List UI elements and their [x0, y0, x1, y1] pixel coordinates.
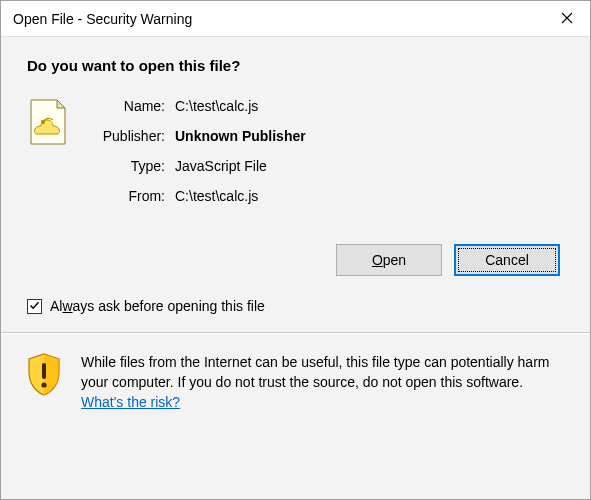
svg-point-2	[41, 382, 46, 387]
always-ask-row: Always ask before opening this file	[27, 298, 564, 314]
checkmark-icon	[29, 298, 40, 314]
publisher-label: Publisher:	[97, 126, 175, 146]
type-label: Type:	[97, 156, 175, 176]
footer-text: While files from the Internet can be use…	[81, 352, 560, 412]
button-row: Open Cancel	[27, 244, 564, 276]
footer: While files from the Internet can be use…	[27, 334, 564, 412]
name-label: Name:	[97, 96, 175, 116]
cancel-button[interactable]: Cancel	[454, 244, 560, 276]
dialog-body: Do you want to open this file? Name: C:\…	[1, 37, 590, 499]
script-file-icon	[27, 98, 69, 148]
row-from: From: C:\test\calc.js	[97, 186, 564, 206]
from-value: C:\test\calc.js	[175, 186, 564, 206]
row-type: Type: JavaScript File	[97, 156, 564, 176]
open-button-rest: pen	[383, 252, 406, 268]
type-value: JavaScript File	[175, 156, 564, 176]
close-button[interactable]	[544, 1, 590, 37]
detail-rows: Name: C:\test\calc.js Publisher: Unknown…	[97, 96, 564, 216]
whats-the-risk-link[interactable]: What's the risk?	[81, 394, 180, 410]
dialog-heading: Do you want to open this file?	[27, 57, 564, 74]
window-title: Open File - Security Warning	[13, 11, 192, 27]
close-icon	[561, 11, 573, 27]
from-label: From:	[97, 186, 175, 206]
open-button-key: O	[372, 252, 383, 268]
footer-message: While files from the Internet can be use…	[81, 354, 549, 390]
always-ask-checkbox[interactable]	[27, 299, 42, 314]
file-details: Name: C:\test\calc.js Publisher: Unknown…	[27, 96, 564, 216]
publisher-value: Unknown Publisher	[175, 126, 564, 146]
security-warning-dialog: Open File - Security Warning Do you want…	[0, 0, 591, 500]
titlebar: Open File - Security Warning	[1, 1, 590, 37]
row-publisher: Publisher: Unknown Publisher	[97, 126, 564, 146]
svg-rect-1	[42, 363, 46, 379]
row-name: Name: C:\test\calc.js	[97, 96, 564, 116]
cancel-button-label: Cancel	[485, 252, 529, 268]
always-ask-label[interactable]: Always ask before opening this file	[50, 298, 265, 314]
name-value: C:\test\calc.js	[175, 96, 564, 116]
warning-shield-icon	[25, 352, 63, 396]
open-button[interactable]: Open	[336, 244, 442, 276]
